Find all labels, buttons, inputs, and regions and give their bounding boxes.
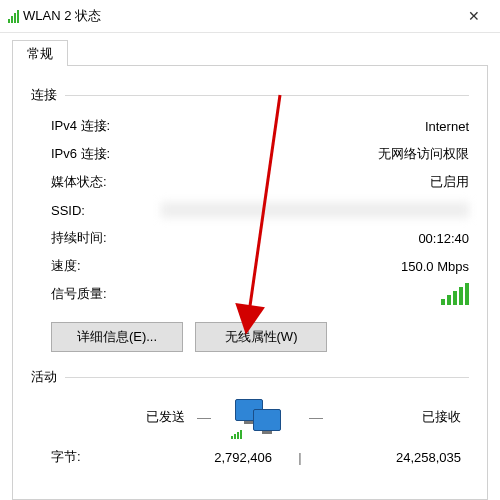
row-bytes: 字节: 2,792,406 | 24,258,035 [31, 448, 469, 466]
bytes-separator: | [280, 450, 320, 465]
dash-right: — [305, 409, 327, 425]
divider [65, 95, 469, 96]
media-value: 已启用 [161, 173, 469, 191]
ssid-value [161, 202, 469, 218]
tabpage-general: 连接 IPv4 连接: Internet IPv6 连接: 无网络访问权限 媒体… [12, 65, 488, 500]
bytes-label: 字节: [51, 448, 131, 466]
client-area: 常规 连接 IPv4 连接: Internet IPv6 连接: 无网络访问权限… [12, 40, 488, 500]
button-row: 详细信息(E)... 无线属性(W) [51, 322, 469, 352]
bytes-recv-value: 24,258,035 [320, 450, 469, 465]
row-ipv4: IPv4 连接: Internet [51, 112, 469, 140]
window-title: WLAN 2 状态 [19, 7, 452, 25]
wifi-icon [8, 9, 19, 23]
sent-label: 已发送 [51, 408, 193, 426]
row-ssid: SSID: [51, 196, 469, 224]
wlan-status-dialog: WLAN 2 状态 ✕ 常规 连接 IPv4 连接: Internet IPv6… [0, 0, 500, 500]
dash-left: — [193, 409, 215, 425]
row-duration: 持续时间: 00:12:40 [51, 224, 469, 252]
titlebar: WLAN 2 状态 ✕ [0, 0, 500, 33]
tab-general[interactable]: 常规 [12, 40, 68, 66]
activity-icon [215, 394, 305, 440]
close-button[interactable]: ✕ [452, 1, 496, 31]
row-speed: 速度: 150.0 Mbps [51, 252, 469, 280]
bytes-sent-value: 2,792,406 [131, 450, 280, 465]
speed-value: 150.0 Mbps [161, 259, 469, 274]
signal-label: 信号质量: [51, 285, 161, 303]
tabstrip: 常规 [12, 40, 488, 66]
ipv6-label: IPv6 连接: [51, 145, 161, 163]
monitor-icon [253, 409, 281, 431]
details-button[interactable]: 详细信息(E)... [51, 322, 183, 352]
row-signal: 信号质量: [51, 280, 469, 308]
ipv6-value: 无网络访问权限 [161, 145, 469, 163]
row-media: 媒体状态: 已启用 [51, 168, 469, 196]
activity-header: 已发送 — — 已接收 [31, 394, 469, 440]
divider [65, 377, 469, 378]
ipv4-value: Internet [161, 119, 469, 134]
group-connection: 连接 [31, 86, 469, 104]
group-connection-label: 连接 [31, 86, 65, 104]
speed-label: 速度: [51, 257, 161, 275]
media-label: 媒体状态: [51, 173, 161, 191]
duration-label: 持续时间: [51, 229, 161, 247]
row-ipv6: IPv6 连接: 无网络访问权限 [51, 140, 469, 168]
ssid-label: SSID: [51, 203, 161, 218]
group-activity-label: 活动 [31, 368, 65, 386]
ipv4-label: IPv4 连接: [51, 117, 161, 135]
connection-rows: IPv4 连接: Internet IPv6 连接: 无网络访问权限 媒体状态:… [31, 112, 469, 308]
close-icon: ✕ [468, 8, 480, 24]
group-activity: 活动 [31, 368, 469, 386]
duration-value: 00:12:40 [161, 231, 469, 246]
recv-label: 已接收 [327, 408, 469, 426]
signal-mini-icon [231, 430, 242, 439]
wireless-properties-button[interactable]: 无线属性(W) [195, 322, 327, 352]
signal-bars-icon [161, 283, 469, 305]
